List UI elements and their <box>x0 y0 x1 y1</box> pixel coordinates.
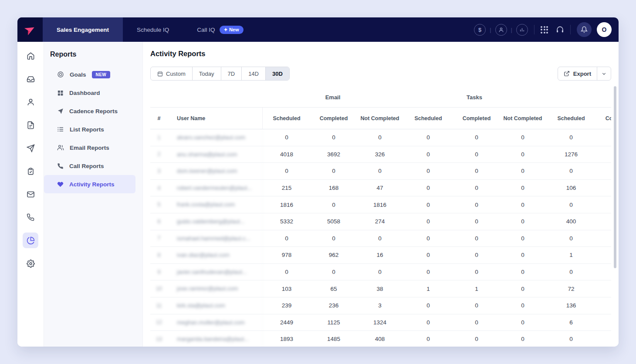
value-cell: 326 <box>357 151 403 158</box>
settings-gear-icon[interactable] <box>23 256 38 271</box>
user-name-cell: dom.keener@plaut.com <box>168 163 263 179</box>
value-cell: 0 <box>357 134 403 141</box>
value-cell: 0 <box>311 202 357 208</box>
row-index-cell: 11 <box>150 303 168 309</box>
value-cell: 236 <box>311 302 357 309</box>
reports-pie-icon[interactable] <box>23 233 38 248</box>
value-cell: 0 <box>500 185 546 191</box>
stats-icon[interactable] <box>516 24 528 36</box>
sidebar-item-dashboard[interactable]: Dashboard <box>44 84 135 102</box>
table-row: 3dom.keener@plaut.com0000000 <box>150 163 611 180</box>
value-cell: 0 <box>500 235 546 242</box>
row-index-cell: 9 <box>150 269 168 275</box>
nav-tab-sales-engagement[interactable]: Sales Engagement <box>43 17 123 42</box>
filter-7d[interactable]: 7D <box>221 67 242 80</box>
export-label: Export <box>573 71 591 77</box>
calls-phone-icon[interactable] <box>23 209 38 225</box>
inbox-icon[interactable] <box>23 71 38 87</box>
value-cell: 16 <box>357 252 403 258</box>
filter-14d[interactable]: 14D <box>242 67 266 80</box>
sidebar-item-call-reports[interactable]: Call Reports <box>44 157 135 175</box>
apps-grid-icon[interactable] <box>541 26 548 34</box>
activity-reports-table: Email Tasks # User Name Scheduled Comple… <box>150 88 611 347</box>
value-cell: 400 <box>546 218 596 225</box>
email-icon[interactable] <box>23 186 38 202</box>
new-badge: ✦ New <box>220 26 244 34</box>
nav-divider <box>534 25 535 34</box>
sidebar-item-goals[interactable]: Goals NEW <box>44 65 135 84</box>
value-cell: 0 <box>453 319 500 326</box>
user-name-cell: kirk.sta@plaut.com <box>168 297 263 314</box>
value-cell: 1324 <box>357 319 403 326</box>
value-cell: 1 <box>403 286 453 292</box>
user-name-cell: alvaro.sanchez@plaut.com <box>168 129 263 146</box>
user-name-cell: ismahael.hammed@plaut.c... <box>168 230 263 247</box>
nav-tab-schedule-iq[interactable]: Schedule IQ <box>123 17 183 42</box>
value-cell: 136 <box>546 302 596 309</box>
value-cell: 3692 <box>311 151 357 158</box>
home-icon[interactable] <box>23 48 38 64</box>
filter-label: 7D <box>228 71 235 77</box>
column-header: Completed <box>311 115 357 121</box>
user-avatar[interactable]: O <box>597 22 612 37</box>
filter-30d[interactable]: 30D <box>266 67 289 80</box>
filter-today[interactable]: Today <box>193 67 221 80</box>
value-cell: 0 <box>500 336 546 342</box>
contacts-icon[interactable] <box>23 94 38 110</box>
value-cell: 0 <box>500 218 546 225</box>
filter-custom[interactable]: Custom <box>151 67 193 80</box>
value-cell: 0 <box>500 269 546 275</box>
value-cell: 0 <box>546 235 596 242</box>
row-index-cell: 4 <box>150 185 168 191</box>
vertical-scrollbar[interactable] <box>614 86 616 268</box>
account-icon[interactable] <box>495 24 507 36</box>
filter-label: 30D <box>272 71 283 77</box>
value-cell: 0 <box>500 302 546 309</box>
sidebar-item-cadence-reports[interactable]: Cadence Reports <box>44 102 135 120</box>
value-cell: 38 <box>357 286 403 292</box>
value-cell: 0 <box>263 134 311 141</box>
value-cell: 3 <box>357 302 403 309</box>
brand-logo[interactable] <box>17 17 43 42</box>
billing-icon[interactable]: $ <box>474 24 486 36</box>
cadences-send-icon[interactable] <box>23 140 38 156</box>
table-row: 4robert.vandermeulen@plaut...21516847000… <box>150 180 611 197</box>
value-cell: 0 <box>546 134 596 141</box>
sidebar-item-activity-reports[interactable]: Activity Reports <box>44 175 135 193</box>
value-cell: 0 <box>403 252 453 258</box>
row-index-cell: 5 <box>150 202 168 208</box>
row-index-cell: 13 <box>150 336 168 342</box>
notifications-bell-icon[interactable] <box>577 22 592 37</box>
value-cell: 0 <box>546 168 596 174</box>
value-cell: 1276 <box>546 151 596 158</box>
export-dropdown-caret[interactable] <box>597 67 611 80</box>
support-headset-icon[interactable] <box>556 26 564 34</box>
sidebar-title: Reports <box>50 51 142 58</box>
export-button[interactable]: Export <box>558 67 597 80</box>
column-header: Completed <box>453 115 500 121</box>
value-cell: 1816 <box>357 202 403 208</box>
value-cell: 0 <box>403 319 453 326</box>
tasks-clipboard-icon[interactable] <box>23 163 38 179</box>
heart-icon <box>57 181 64 188</box>
sidebar-item-email-reports[interactable]: Email Reports <box>44 138 135 157</box>
nav-tab-label: Call IQ <box>197 27 215 33</box>
sidebar-item-list-reports[interactable]: List Reports <box>44 120 135 138</box>
user-name-cell: frank.costa@plaut.com <box>168 196 263 213</box>
row-index-cell: 2 <box>150 151 168 157</box>
value-cell: 0 <box>263 168 311 174</box>
value-cell: 65 <box>311 286 357 292</box>
value-cell: 0 <box>500 252 546 258</box>
value-cell: 1 <box>453 286 500 292</box>
row-index-cell: 6 <box>150 219 168 225</box>
user-name-cell: meghan.moller@plaut.com <box>168 314 263 331</box>
value-cell: 0 <box>357 269 403 275</box>
documents-icon[interactable] <box>23 117 38 133</box>
column-header: Not Completed <box>500 115 546 121</box>
user-name-cell: javier.santhudevan@plaut... <box>168 264 263 280</box>
nav-tab-call-iq[interactable]: Call IQ ✦ New <box>183 17 257 42</box>
column-header: Scheduled <box>263 115 311 121</box>
table-row: 13margarida.bandeira@plaut...18931485408… <box>150 331 611 347</box>
value-cell: 0 <box>546 336 596 342</box>
sidebar-item-label: Call Reports <box>69 163 104 169</box>
